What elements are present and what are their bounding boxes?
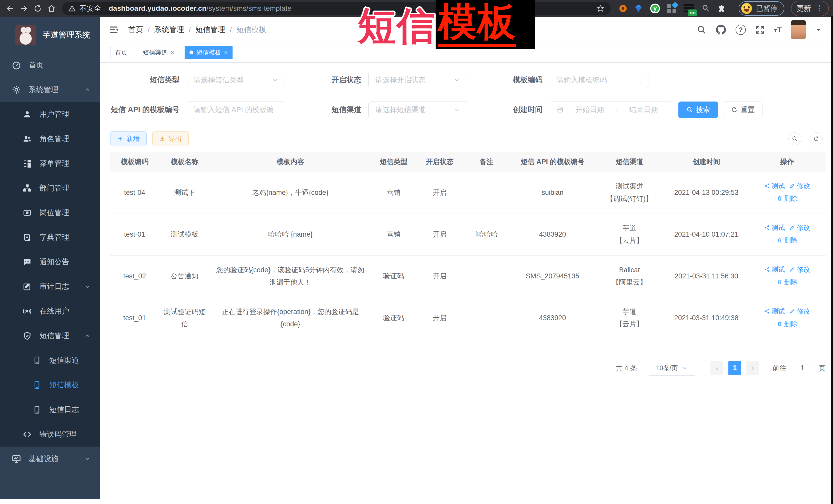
sidebar-item-home[interactable]: 首页 <box>0 53 100 77</box>
sidebar-item-roles[interactable]: 角色管理 <box>0 127 100 151</box>
donut-extension-icon[interactable] <box>619 5 626 12</box>
address-bar[interactable]: 不安全 dashboard.yudao.iocoder.cn/system/sm… <box>62 2 611 15</box>
goto-page-input[interactable] <box>791 361 814 375</box>
test-link[interactable]: 测试 <box>764 222 785 234</box>
delete-link[interactable]: 删除 <box>777 235 798 246</box>
breadcrumb-sms[interactable]: 短信管理 <box>195 25 225 35</box>
sidebar-item-sms[interactable]: 短信管理 <box>0 323 100 348</box>
delete-link[interactable]: 删除 <box>777 318 798 330</box>
table-tools <box>788 132 823 145</box>
bookmark-star-icon[interactable] <box>596 4 604 13</box>
sidebar-item-notices[interactable]: 通知公告 <box>0 250 100 274</box>
menu-tree-icon <box>22 159 33 168</box>
test-link[interactable]: 测试 <box>764 180 785 192</box>
test-link[interactable]: 测试 <box>764 306 785 317</box>
col-channel: 短信渠道 <box>595 152 664 172</box>
hamburger-fold-icon[interactable] <box>108 24 120 36</box>
back-icon[interactable] <box>4 3 16 14</box>
sidebar-item-error-codes[interactable]: 错误码管理 <box>0 422 100 447</box>
calendar-icon <box>556 106 564 113</box>
search-person-extension-icon[interactable] <box>701 4 710 13</box>
user-avatar[interactable] <box>791 20 806 39</box>
test-link[interactable]: 测试 <box>764 264 785 275</box>
close-icon[interactable]: × <box>224 49 228 56</box>
home-icon[interactable] <box>46 3 57 14</box>
reset-button[interactable]: 重置 <box>723 101 762 118</box>
sidebar-item-users[interactable]: 用户管理 <box>0 102 100 127</box>
sidebar-item-departments[interactable]: 部门管理 <box>0 176 100 200</box>
sidebar-item-menus[interactable]: 菜单管理 <box>0 151 100 176</box>
filter-form: 短信类型 请选择短信类型 开启状态 请选择开启状态 <box>110 72 823 118</box>
help-icon[interactable]: ? <box>736 25 746 35</box>
sidebar: 芋道管理系统 首页 系统管理 用户管理 角色管理 菜单管理 <box>0 17 100 504</box>
sidebar-item-sms-channel[interactable]: 短信渠道 <box>0 348 100 373</box>
font-size-icon[interactable]: тT <box>774 25 782 34</box>
tab-sms-channel[interactable]: 短信渠道× <box>138 46 179 59</box>
table-row: test_01 测试验证码短信 正在进行登录操作{operation}，您的验证… <box>110 297 826 339</box>
kebab-menu-icon[interactable]: ⋮ <box>815 5 823 11</box>
edit-link[interactable]: 修改 <box>789 306 810 317</box>
app-title: 芋道管理系统 <box>43 29 90 40</box>
breadcrumb-system[interactable]: 系统管理 <box>154 25 184 35</box>
sidebar-item-infrastructure[interactable]: 基础设施 <box>0 447 100 471</box>
sidebar-item-dictionary[interactable]: 字典管理 <box>0 225 100 250</box>
chevron-up-icon <box>84 333 91 339</box>
current-page-button[interactable]: 1 <box>729 361 741 375</box>
channel-select[interactable]: 请选择短信渠道 <box>368 101 467 118</box>
chevron-down-icon[interactable] <box>815 26 822 33</box>
tags-view-bar: 首页 短信渠道× 短信模板× <box>100 43 833 63</box>
col-template-name: 模板名称 <box>159 152 210 172</box>
export-button[interactable]: 导出 <box>152 131 189 146</box>
sidebar-item-online-users[interactable]: 在线用户 <box>0 299 100 323</box>
search-button[interactable]: 搜索 <box>679 101 718 118</box>
code-brackets-icon <box>22 430 33 439</box>
sidebar-item-sms-template[interactable]: 短信模板 <box>0 373 100 398</box>
download-icon <box>159 136 165 142</box>
sidebar-item-audit-log[interactable]: 审计日志 <box>0 274 100 299</box>
tab-home[interactable]: 首页 <box>110 46 132 59</box>
search-toggle-button[interactable] <box>788 132 801 145</box>
browser-profile-button[interactable]: 已暂停 <box>739 1 784 16</box>
delete-link[interactable]: 删除 <box>777 193 798 205</box>
search-icon[interactable] <box>697 25 706 34</box>
breadcrumb-separator: / <box>189 26 191 34</box>
page-size-select[interactable]: 10条/页 <box>648 361 696 376</box>
list-extension-icon[interactable]: on <box>684 4 694 13</box>
users-icon <box>22 134 33 144</box>
system-submenu: 用户管理 角色管理 菜单管理 部门管理 岗位管理 字典管理 <box>0 102 100 447</box>
edit-link[interactable]: 修改 <box>789 180 810 192</box>
api-template-id-input[interactable] <box>187 101 285 118</box>
edit-link[interactable]: 修改 <box>789 264 810 275</box>
github-icon[interactable] <box>716 24 727 35</box>
gem-extension-icon[interactable] <box>634 4 643 13</box>
close-icon[interactable]: × <box>170 49 174 56</box>
next-page-button[interactable]: › <box>746 361 759 375</box>
tab-sms-template[interactable]: 短信模板× <box>185 46 233 59</box>
status-select[interactable]: 请选择开启状态 <box>368 72 467 88</box>
sms-type-label: 短信类型 <box>110 75 180 85</box>
breadcrumb-current: 短信模板 <box>236 25 266 35</box>
y-extension-icon[interactable]: y <box>650 4 660 13</box>
sidebar-logo[interactable]: 芋道管理系统 <box>0 17 100 53</box>
template-code-input[interactable] <box>550 72 648 88</box>
add-button[interactable]: 新增 <box>110 131 147 146</box>
reload-icon[interactable] <box>32 3 44 14</box>
breadcrumb-home[interactable]: 首页 <box>128 25 143 35</box>
delete-link[interactable]: 删除 <box>777 277 798 288</box>
sidebar-item-sms-log[interactable]: 短信日志 <box>0 398 100 422</box>
sidebar-item-posts[interactable]: 岗位管理 <box>0 200 100 225</box>
sidebar-bottom-gap <box>0 499 100 504</box>
grid-extension-icon[interactable] <box>667 4 676 13</box>
refresh-button[interactable] <box>810 132 823 145</box>
prev-page-button[interactable]: ‹ <box>710 361 723 375</box>
forward-icon[interactable] <box>18 3 30 14</box>
fullscreen-icon[interactable] <box>755 25 765 34</box>
browser-update-button[interactable]: 更新 ⋮ <box>791 1 829 16</box>
sms-type-select[interactable]: 请选择短信类型 <box>187 72 285 88</box>
puzzle-extension-icon[interactable] <box>717 4 726 13</box>
edit-log-icon <box>22 282 33 291</box>
sidebar-item-system[interactable]: 系统管理 <box>0 77 100 102</box>
breadcrumb-separator: / <box>230 26 232 34</box>
create-time-range-picker[interactable]: 开始日期 - 结束日期 <box>550 101 672 118</box>
edit-link[interactable]: 修改 <box>789 222 810 234</box>
